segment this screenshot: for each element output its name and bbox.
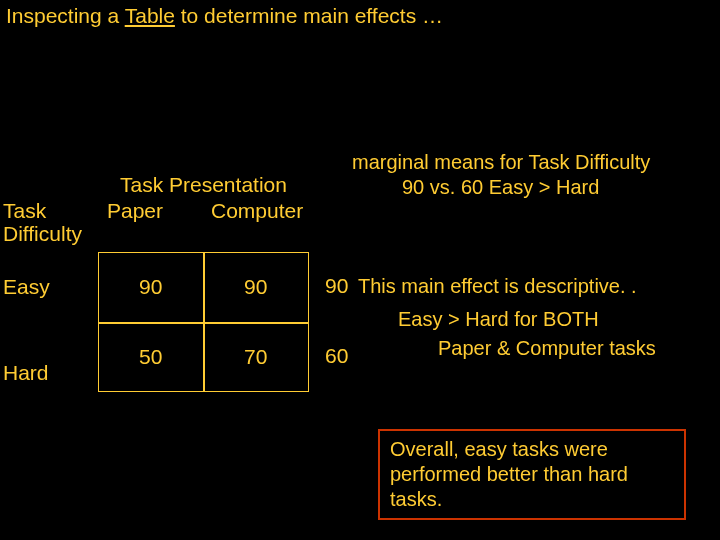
slide-title: Inspecting a Table to determine main eff… xyxy=(6,4,443,28)
title-underlined: Table xyxy=(125,4,175,27)
descriptive-line1: This main effect is descriptive. . xyxy=(358,275,637,297)
title-prefix: Inspecting a xyxy=(6,4,125,27)
marginal-note-line1: marginal means for Task Difficulty xyxy=(352,150,712,175)
table-hline xyxy=(99,322,308,324)
task-difficulty-line1: Task xyxy=(3,199,46,222)
col-header-computer: Computer xyxy=(211,199,303,223)
col-header-task-presentation: Task Presentation xyxy=(120,173,287,197)
title-suffix: to determine main effects … xyxy=(175,4,443,27)
cell-easy-paper: 90 xyxy=(139,275,162,299)
marginal-easy: 90 xyxy=(325,274,348,298)
cell-hard-paper: 50 xyxy=(139,345,162,369)
marginal-note-line2: 90 vs. 60 Easy > Hard xyxy=(352,175,712,200)
col-header-paper: Paper xyxy=(107,199,163,223)
task-difficulty-line2: Difficulty xyxy=(3,222,82,245)
conclusion-box: Overall, easy tasks were performed bette… xyxy=(378,429,686,520)
cell-easy-computer: 90 xyxy=(244,275,267,299)
cell-hard-computer: 70 xyxy=(244,345,267,369)
marginal-means-note: marginal means for Task Difficulty 90 vs… xyxy=(352,150,712,200)
data-table: 90 90 50 70 xyxy=(98,252,309,392)
descriptive-line2: Easy > Hard for BOTH xyxy=(358,306,718,333)
row-label-hard: Hard xyxy=(3,361,49,385)
descriptive-note: This main effect is descriptive. . Easy … xyxy=(358,273,718,362)
descriptive-line3: Paper & Computer tasks xyxy=(358,335,718,362)
marginal-hard: 60 xyxy=(325,344,348,368)
row-header-task-difficulty: Task Difficulty xyxy=(3,199,82,245)
row-label-easy: Easy xyxy=(3,275,50,299)
